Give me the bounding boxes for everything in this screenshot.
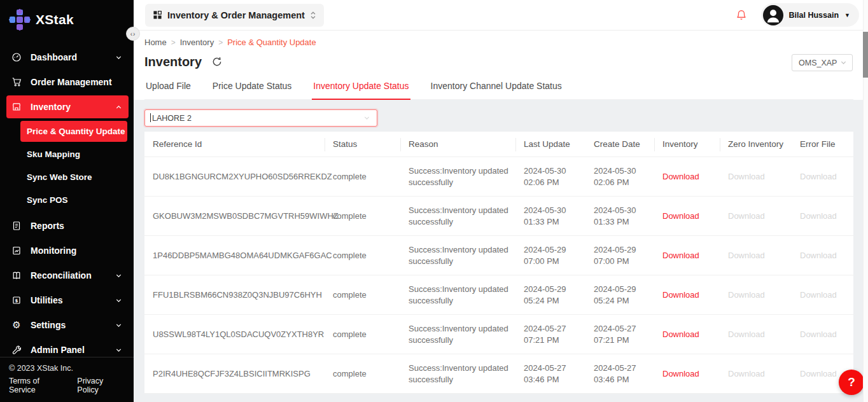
sidebar-item-inventory[interactable]: Inventory — [6, 95, 129, 118]
collapse-sidebar-button[interactable]: ‹› — [126, 27, 140, 41]
terms-of-service-link[interactable]: Terms of Service — [9, 377, 66, 394]
xstak-logo-icon — [9, 9, 31, 31]
chevron-down-icon — [363, 114, 370, 121]
inventory-download-link[interactable]: Download — [662, 368, 699, 380]
environment-select-value: OMS_XAP — [799, 59, 837, 67]
cell-create-date: 2024-05-30 01:33 PM — [585, 197, 654, 235]
error-file-download-link: Download — [800, 329, 837, 340]
sidebar-item-label: Sku Mapping — [27, 149, 80, 159]
sidebar-item-sync-web-store[interactable]: Sync Web Store — [20, 167, 127, 188]
column-header-reference-id: Reference Id — [144, 132, 325, 156]
cell-status: complete — [325, 275, 400, 314]
tab-inventory-channel-update-status[interactable]: Inventory Channel Update Status — [430, 78, 563, 99]
brand-logo[interactable]: XStak — [0, 0, 134, 33]
table-row: FFU1BLRSBM66CN938Z0Q3NJBU97C6HYH complet… — [144, 275, 853, 315]
error-file-download-link: Download — [800, 368, 837, 380]
page-title: Inventory — [144, 55, 202, 69]
breadcrumb-inventory[interactable]: Inventory — [180, 38, 214, 47]
sidebar-item-label: Settings — [31, 320, 115, 330]
user-name: Bilal Hussain — [789, 11, 839, 20]
text-cursor — [150, 113, 151, 122]
status-table: Reference Id Status Reason Last Update C… — [144, 132, 853, 394]
vertical-scrollbar — [863, 0, 868, 402]
sidebar-item-label: Reports — [31, 221, 122, 231]
store-select[interactable]: LAHORE 2 — [144, 109, 377, 127]
chevron-down-icon — [115, 54, 122, 61]
environment-select[interactable]: OMS_XAP — [792, 54, 853, 71]
sidebar-item-label: Price & Quantity Update — [27, 127, 125, 136]
sidebar-item-price-quantity-update[interactable]: Price & Quantity Update — [20, 121, 127, 142]
sidebar-item-label: Admin Panel — [31, 345, 115, 355]
table-row: GKOBUW3M2MSWB0SDBC7MGVTRH59WIWHZ complet… — [144, 197, 853, 236]
column-header-reason: Reason — [400, 132, 515, 156]
cell-last-update: 2024-05-27 07:21 PM — [515, 315, 585, 354]
tab-price-update-status[interactable]: Price Update Status — [211, 78, 293, 99]
sidebar-item-order-management[interactable]: Order Management — [6, 71, 129, 94]
zero-inventory-download-link: Download — [728, 250, 765, 261]
sidebar-item-label: Sync Web Store — [27, 172, 92, 182]
table-body: DU8K1BGNGURCM2XYUPHO60SD56RREKDZ complet… — [144, 157, 853, 394]
chevron-down-icon — [115, 347, 122, 354]
cell-create-date: 2024-05-27 07:21 PM — [585, 315, 654, 354]
sidebar-item-reconciliation[interactable]: Reconciliation — [6, 264, 129, 287]
refresh-icon — [212, 57, 222, 67]
cell-reason: Success:Inventory updated successfully — [400, 157, 515, 196]
avatar — [763, 5, 783, 25]
tab-inventory-update-status[interactable]: Inventory Update Status — [312, 78, 410, 99]
sidebar-item-label: Monitoring — [31, 246, 122, 256]
app-switcher-label: Inventory & Order Management — [167, 10, 305, 20]
sidebar-item-monitoring[interactable]: Monitoring — [6, 239, 129, 262]
sidebar-item-label: Inventory — [31, 102, 115, 112]
cell-create-date: 2024-05-27 03:46 PM — [585, 354, 654, 393]
sidebar-item-dashboard[interactable]: Dashboard — [6, 46, 129, 69]
cell-status: complete — [325, 157, 400, 196]
sidebar: XStak Dashboard Order Management Invento… — [0, 0, 134, 402]
sidebar-item-sync-pos[interactable]: Sync POS — [20, 190, 127, 211]
refresh-button[interactable] — [212, 57, 222, 67]
zero-inventory-download-link: Download — [728, 171, 765, 183]
sidebar-footer: © 2023 XStak Inc. Terms of Service Priva… — [0, 357, 134, 402]
privacy-policy-link[interactable]: Privacy Policy — [77, 377, 125, 394]
chevron-down-icon — [115, 297, 122, 304]
chevron-up-icon — [115, 104, 122, 111]
column-header-inventory: Inventory — [654, 132, 720, 156]
caret-down-icon: ▼ — [844, 12, 850, 18]
cart-icon — [11, 77, 22, 87]
zero-inventory-download-link: Download — [728, 368, 765, 380]
topbar: Inventory & Order Management Bilal Hussa… — [134, 0, 868, 31]
help-button[interactable]: ? — [839, 370, 864, 395]
inventory-download-link[interactable]: Download — [662, 250, 699, 261]
copyright-text: © 2023 XStak Inc. — [9, 364, 125, 373]
inventory-download-link[interactable]: Download — [662, 329, 699, 340]
store-icon — [11, 102, 22, 112]
cell-status: complete — [325, 236, 400, 275]
tab-upload-file[interactable]: Upload File — [144, 78, 192, 99]
sidebar-item-reports[interactable]: Reports — [6, 214, 129, 237]
breadcrumb-home[interactable]: Home — [144, 38, 167, 47]
cell-last-update: 2024-05-29 07:00 PM — [515, 236, 585, 275]
sidebar-item-settings[interactable]: ⚙ Settings — [6, 314, 129, 336]
sidebar-item-sku-mapping[interactable]: Sku Mapping — [20, 144, 127, 165]
breadcrumb: Home > Inventory > Price & Quantity Upda… — [144, 38, 853, 47]
inventory-download-link[interactable]: Download — [662, 289, 699, 301]
column-header-zero-inventory: Zero Inventory — [720, 132, 792, 156]
notification-bell-button[interactable] — [736, 9, 747, 21]
zero-inventory-download-link: Download — [728, 329, 765, 340]
cell-reason: Success:Inventory updated successfully — [400, 275, 515, 314]
monitor-chart-icon — [11, 246, 22, 256]
cell-last-update: 2024-05-30 01:33 PM — [515, 197, 585, 235]
cell-reference-id: DU8K1BGNGURCM2XYUPHO60SD56RREKDZ — [144, 157, 325, 196]
brand-name: XStak — [36, 12, 74, 27]
table-row: P2IR4UHE8QCFJF3Z4LBSICIITMRKISPG complet… — [144, 354, 853, 394]
scrollbar-thumb[interactable] — [863, 32, 868, 78]
inventory-download-link[interactable]: Download — [662, 211, 699, 222]
table-row: 1P46DDBP5MAMBG48OMA64UDMKGAF6GAC complet… — [144, 236, 853, 275]
inventory-download-link[interactable]: Download — [662, 171, 699, 183]
app-switcher-button[interactable]: Inventory & Order Management — [145, 4, 324, 27]
cell-status: complete — [325, 315, 400, 354]
sidebar-item-utilities[interactable]: $ Utilities — [6, 289, 129, 312]
table-row: DU8K1BGNGURCM2XYUPHO60SD56RREKDZ complet… — [144, 157, 853, 197]
error-file-download-link: Download — [800, 289, 837, 301]
user-menu-button[interactable]: Bilal Hussain ▼ — [761, 3, 859, 27]
grid-icon — [153, 10, 162, 20]
